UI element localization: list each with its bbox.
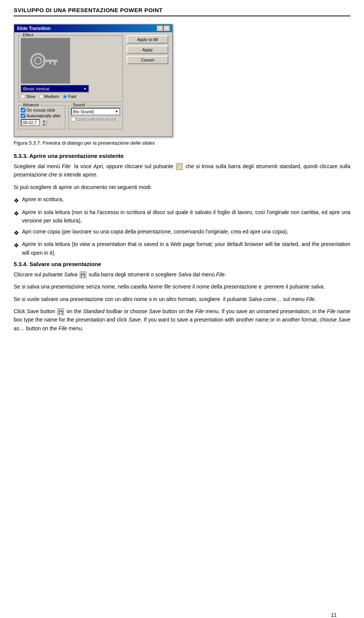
spin-up-arrow[interactable]: ▲ <box>41 119 47 123</box>
auto-after-checkbox[interactable] <box>21 114 25 118</box>
list-item-text: Aprire in sola lettura (non si ha l'acce… <box>22 208 350 225</box>
time-spinner[interactable]: ▲ ▼ <box>41 119 47 126</box>
bullet-icon: ❖ <box>14 196 19 206</box>
list-item-text: Aprire in sola lettura (to view a presen… <box>22 240 350 257</box>
svg-rect-4 <box>54 62 56 65</box>
sound-group-label: Sound <box>72 102 86 107</box>
apply-button[interactable]: Apply <box>127 46 168 54</box>
section-534-heading: 5.3.4. Salvare una presentazione <box>14 261 350 267</box>
list-item: ❖ Aprire in sola lettura (to view a pres… <box>14 240 350 257</box>
svg-point-0 <box>31 54 45 68</box>
section-534-text2: Se si salva una presentazione senza nome… <box>14 282 350 291</box>
bullet-icon: ❖ <box>14 228 19 238</box>
dialog-help-button[interactable]: ? <box>157 26 163 31</box>
slide-transition-dialog: Slide Transition ? ✕ Effect <box>14 24 173 137</box>
figure-caption: Figura 5.3.7. Finestra di dialogo per la… <box>14 140 350 146</box>
list-item: ❖ Aprire in sola lettura (non si ha l'ac… <box>14 208 350 225</box>
apply-to-all-button[interactable]: Apply to All <box>127 35 168 44</box>
on-mouse-click-label[interactable]: On mouse click <box>21 108 63 112</box>
section-533-number: 5.3.3. <box>14 153 28 159</box>
section-533-text: Scegliere dal menù File la voce Apri, op… <box>14 162 350 179</box>
speed-medium-radio[interactable] <box>39 95 43 99</box>
loop-checkbox[interactable] <box>71 117 75 121</box>
page-title: SVILUPPO DI UNA PRESENTAZIONE POWER POIN… <box>14 7 350 16</box>
effect-group: Effect <box>18 35 123 102</box>
list-item-text: Apri come copia (per lavorare su una cop… <box>22 227 288 236</box>
speed-row: Slow Medium Fast <box>21 94 120 99</box>
effect-dropdown-row: Blinds Vertical ▼ <box>21 85 120 93</box>
section-534-text4: Click Save button 💾 on the Standard tool… <box>14 307 350 333</box>
dialog-title: Slide Transition <box>17 26 50 31</box>
list-item-text: Aprire in scrittura, <box>22 195 64 203</box>
open-modes-list: ❖ Aprire in scrittura, ❖ Aprire in sola … <box>14 195 350 257</box>
on-mouse-click-checkbox[interactable] <box>21 108 25 112</box>
bullet-icon: ❖ <box>14 209 19 219</box>
speed-medium-label[interactable]: Medium <box>39 94 59 99</box>
section-534-number: 5.3.4. <box>14 261 28 267</box>
save-button-icon: 💾 <box>57 308 64 315</box>
dropdown-arrow-icon: ▼ <box>83 87 87 91</box>
list-item: ❖ Apri come copia (per lavorare su una c… <box>14 227 350 238</box>
sound-dropdown-arrow: ▼ <box>115 110 118 114</box>
effect-group-label: Effect <box>22 33 35 37</box>
dialog-buttons-panel: Apply to All Apply Cancel <box>127 35 168 132</box>
dialog-close-button[interactable]: ✕ <box>164 26 170 31</box>
open-modes-intro: Si può scegliere di aprire un documento … <box>14 183 350 191</box>
svg-rect-3 <box>49 62 51 64</box>
save-toolbar-icon: 💾 <box>80 271 86 278</box>
titlebar-buttons: ? ✕ <box>157 26 170 31</box>
effect-preview <box>21 38 70 84</box>
time-row: 00:02,7 ▲ ▼ <box>21 119 63 126</box>
section-534-text1: Cliccare sul pulsante Salva 💾 sulla barr… <box>14 270 350 279</box>
dialog-titlebar: Slide Transition ? ✕ <box>14 25 172 32</box>
list-item: ❖ Aprire in scrittura, <box>14 195 350 206</box>
advance-group: Advance On mouse click Automatically aft… <box>18 105 65 129</box>
key-image <box>27 46 64 76</box>
advance-group-label: Advance <box>22 102 40 107</box>
section-534-text3: Se si vuole salvare una presentazione co… <box>14 295 350 303</box>
time-input[interactable]: 00:02,7 <box>21 119 40 126</box>
dialog-screenshot: Slide Transition ? ✕ Effect <box>14 24 350 137</box>
loop-checkbox-label[interactable]: Loop until next sound <box>71 117 120 121</box>
dialog-left-panel: Effect <box>18 35 123 132</box>
effect-dropdown[interactable]: Blinds Vertical ▼ <box>21 85 89 93</box>
speed-fast-label[interactable]: Fast <box>63 94 76 99</box>
sound-dropdown[interactable]: [No Sound] ▼ <box>71 108 120 115</box>
page-number: 11 <box>331 612 337 618</box>
advance-sound-row: Advance On mouse click Automatically aft… <box>18 105 123 132</box>
speed-slow-label[interactable]: Slow <box>21 94 35 99</box>
dialog-body: Effect <box>14 32 172 136</box>
speed-fast-radio[interactable] <box>63 95 67 99</box>
spin-down-arrow[interactable]: ▼ <box>41 123 47 126</box>
svg-point-1 <box>35 57 41 64</box>
sound-select-row: [No Sound] ▼ <box>71 108 120 115</box>
bullet-icon: ❖ <box>14 241 19 251</box>
cancel-button[interactable]: Cancel <box>127 56 168 64</box>
open-toolbar-icon: 📁 <box>176 163 183 170</box>
auto-after-label[interactable]: Automatically after <box>21 114 63 118</box>
section-534-title: Salvare una presentazione <box>30 261 101 267</box>
svg-rect-2 <box>43 60 58 62</box>
sound-group: Sound [No Sound] ▼ Loop until next sound <box>68 105 123 129</box>
section-533-heading: 5.3.3. Aprire una presentazione esistent… <box>14 153 350 159</box>
speed-slow-radio[interactable] <box>21 95 25 99</box>
